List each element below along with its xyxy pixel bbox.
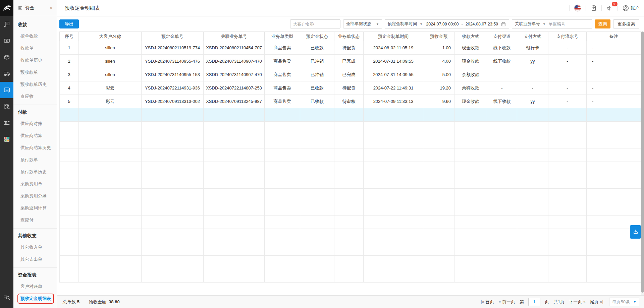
more-search-button[interactable]: 更多搜索 <box>613 19 639 28</box>
module-tab[interactable]: 资金 × <box>13 0 57 16</box>
account-button[interactable]: 账户 <box>622 5 639 12</box>
language-flag-icon[interactable] <box>574 4 581 12</box>
funds-icon[interactable] <box>0 82 13 98</box>
table-cell: YSDJ-20240722114931-936 <box>142 81 204 95</box>
sidebar-item[interactable]: 查应收 <box>13 90 57 103</box>
page-suffix-label: 页 <box>545 299 549 305</box>
table-cell: - <box>487 68 517 81</box>
table-cell: XSDD-20240731140907-470 <box>204 55 265 68</box>
table-cell: 已冲销 <box>300 55 334 68</box>
notifications-speaker-icon[interactable]: 93 <box>606 5 613 12</box>
sidebar-item[interactable]: 采购费用分摊 <box>13 190 57 202</box>
products-icon[interactable] <box>0 49 13 65</box>
sidebar-item[interactable]: 客户对账单 <box>13 281 57 293</box>
app-logo-icon[interactable] <box>0 0 13 16</box>
chevron-down-icon: ▼ <box>543 22 546 26</box>
vertical-scrollbar[interactable] <box>641 32 644 295</box>
sidebar-item[interactable]: 收款单 <box>13 42 57 54</box>
apps-icon[interactable] <box>0 131 13 147</box>
table-cell: 1 <box>60 41 79 55</box>
table-cell: 商品售卖 <box>265 68 300 81</box>
table-cell: 已完成 <box>334 55 364 68</box>
table-cell: YSDJ-20240802110519-774 <box>142 41 204 55</box>
sidebar-item[interactable]: 供应商结算 <box>13 130 57 142</box>
archives-icon[interactable] <box>0 98 13 115</box>
export-button[interactable]: 导出 <box>59 19 79 28</box>
prev-page-icon: « <box>498 300 501 304</box>
prev-page-button[interactable]: « 前一页 <box>498 299 515 305</box>
table-cell: - <box>487 81 517 95</box>
customer-name-input[interactable] <box>290 19 340 28</box>
table-cell: 现金收款 <box>454 95 487 108</box>
table-cell: - <box>517 81 548 95</box>
calendar-icon[interactable] <box>501 21 506 27</box>
sidebar-item-label: 预收定金明细表 <box>17 294 54 304</box>
sidebar-item[interactable]: 预付款单 <box>13 154 57 166</box>
sidebar-item[interactable]: 预收款变动明细表 <box>13 305 57 308</box>
logistics-icon[interactable] <box>0 65 13 82</box>
column-header: 业务单状态 <box>334 32 364 41</box>
order-status-select[interactable]: 全部单据状态 ▼ <box>343 19 382 28</box>
table-cell: 2024-07-31 14:09:55 <box>364 68 423 81</box>
table-cell: - <box>517 68 548 81</box>
orders-icon[interactable] <box>0 16 13 33</box>
sidebar-item[interactable]: 收款单历史 <box>13 54 57 66</box>
sidebar-item-label: 客户对账单 <box>20 284 42 290</box>
sidebar-item[interactable]: 采购费用单 <box>13 178 57 190</box>
table-row[interactable]: 4彩云YSDJ-20240722114931-936XSDD-202407221… <box>60 81 641 95</box>
sidebar-section-header: 其他收支 <box>13 229 57 241</box>
sidebar-item[interactable]: 其它支出单 <box>13 253 57 265</box>
table-cell: YSDJ-20240709113313-002 <box>142 95 204 108</box>
date-type-select[interactable]: 预定金制单时间 ▼ <box>385 21 425 27</box>
search-icon[interactable] <box>0 289 13 305</box>
empty-row <box>60 269 641 283</box>
app-window: 资金 × 收款按单收款收款单收款单历史预收款单预收款单历史查应收付款供应商对账供… <box>0 0 644 308</box>
order-number-input[interactable] <box>548 20 592 28</box>
sidebar-item[interactable]: 按单收款 <box>13 30 57 42</box>
column-header: 预定金状态 <box>300 32 334 41</box>
table-cell: - <box>548 41 587 55</box>
sidebar-item[interactable]: 预收款单 <box>13 66 57 78</box>
table-cell: 彩云 <box>79 95 142 108</box>
last-page-icon: »| <box>600 300 603 304</box>
sidebar-item[interactable]: 其它收入单 <box>13 241 57 253</box>
settings-icon[interactable] <box>0 115 13 131</box>
table-cell: - <box>587 41 641 55</box>
sidebar-item[interactable]: 预付款单历史 <box>13 166 57 178</box>
sidebar-item[interactable]: 供应商结算历史 <box>13 142 57 154</box>
next-page-button[interactable]: 下一页 » <box>569 299 586 305</box>
tasks-clipboard-icon[interactable] <box>590 5 597 11</box>
scrollbar-thumb[interactable] <box>641 32 644 293</box>
close-icon[interactable]: × <box>49 5 53 11</box>
sidebar-item[interactable]: 采购返利计算 <box>13 202 57 214</box>
table-cell: 待配货 <box>334 41 364 55</box>
sidebar-item[interactable]: 供应商对账 <box>13 118 57 130</box>
table-cell: 商品售卖 <box>265 41 300 55</box>
date-range-control: 预定金制单时间 ▼ 2024.07.08 00:00 - 2024.08.07 … <box>385 19 509 28</box>
table-row[interactable]: 2sillenYSDJ-20240731140955-476XSDD-20240… <box>60 55 641 68</box>
page-size-select[interactable]: 每页50条 ▼ <box>609 298 639 306</box>
date-to-value[interactable]: 2024.08.07 23:59 <box>465 22 499 26</box>
search-button[interactable]: 查询 <box>595 19 610 28</box>
table-row[interactable]: 3sillenYSDJ-20240731140955-153XSDD-20240… <box>60 68 641 81</box>
download-fab-button[interactable] <box>630 225 641 239</box>
table-cell: yy <box>517 55 548 68</box>
chevron-down-icon: ▼ <box>420 22 423 26</box>
date-from-value[interactable]: 2024.07.08 00:00 <box>425 22 459 26</box>
table-cell: XSDD-20240709113245-987 <box>204 95 265 108</box>
first-page-button[interactable]: |« 首页 <box>481 299 494 305</box>
page-number-input[interactable] <box>528 298 540 306</box>
table-cell: 已收款 <box>300 95 334 108</box>
pagination: |« 首页 « 前一页 第 页 共1页 下一页 » 尾页 »| <box>481 298 639 306</box>
divider <box>586 5 586 11</box>
sidebar-item[interactable]: 预收款单历史 <box>13 78 57 90</box>
table-row[interactable]: 5彩云YSDJ-20240709113313-002XSDD-202407091… <box>60 95 641 108</box>
sidebar-item[interactable]: 预收定金明细表 <box>13 293 57 305</box>
table-row[interactable]: 1sillenYSDJ-20240802110519-774XSDD-20240… <box>60 41 641 55</box>
column-header: 支付渠道 <box>487 32 517 41</box>
last-page-button[interactable]: 尾页 »| <box>590 299 603 305</box>
linked-order-type-select[interactable]: 关联业务单号 ▼ <box>512 21 548 27</box>
sidebar-item[interactable]: 查应付 <box>13 214 57 226</box>
divider <box>569 5 570 11</box>
finance-icon[interactable] <box>0 33 13 49</box>
